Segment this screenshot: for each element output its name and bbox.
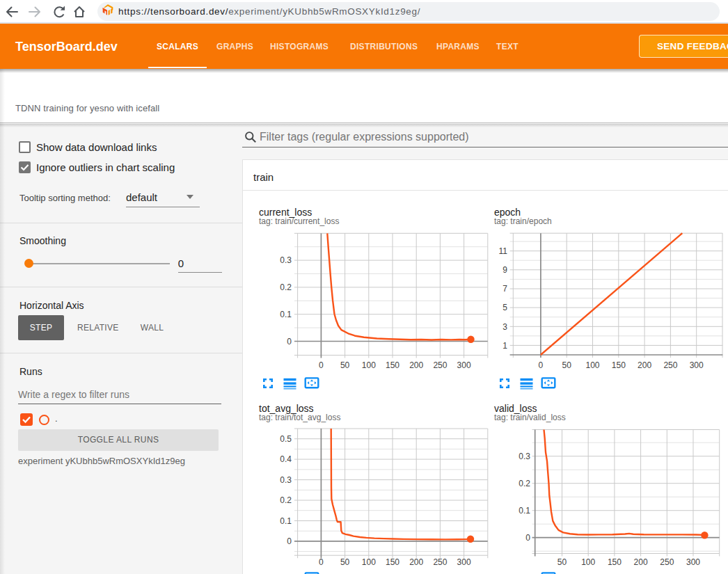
svg-text:100: 100 xyxy=(581,557,595,567)
svg-text:250: 250 xyxy=(663,360,677,370)
svg-text:50: 50 xyxy=(340,360,350,370)
svg-text:300: 300 xyxy=(686,557,700,567)
svg-text:0: 0 xyxy=(539,360,544,370)
svg-text:0.2: 0.2 xyxy=(280,282,292,292)
svg-text:250: 250 xyxy=(660,557,674,567)
svg-text:0.2: 0.2 xyxy=(519,479,530,488)
svg-text:200: 200 xyxy=(634,557,648,567)
svg-text:100: 100 xyxy=(585,360,599,370)
svg-text:300: 300 xyxy=(457,360,471,370)
svg-text:150: 150 xyxy=(612,360,626,370)
svg-text:1: 1 xyxy=(503,341,507,351)
svg-text:0.2: 0.2 xyxy=(280,495,292,505)
svg-text:150: 150 xyxy=(386,557,399,567)
svg-text:0: 0 xyxy=(319,557,324,567)
svg-text:0: 0 xyxy=(319,360,324,370)
svg-text:0.5: 0.5 xyxy=(280,434,292,444)
svg-text:150: 150 xyxy=(386,360,399,370)
svg-text:11: 11 xyxy=(499,246,508,256)
svg-text:0.1: 0.1 xyxy=(280,516,292,526)
svg-text:9: 9 xyxy=(503,265,507,275)
svg-text:3: 3 xyxy=(503,322,507,332)
svg-text:50: 50 xyxy=(340,557,350,567)
svg-text:250: 250 xyxy=(433,557,447,567)
svg-text:0.1: 0.1 xyxy=(280,310,292,319)
svg-text:150: 150 xyxy=(608,557,622,567)
svg-text:100: 100 xyxy=(362,557,376,567)
svg-text:0: 0 xyxy=(287,337,292,346)
svg-text:250: 250 xyxy=(433,360,447,370)
svg-text:200: 200 xyxy=(638,360,651,370)
svg-text:200: 200 xyxy=(409,557,423,567)
svg-text:0.3: 0.3 xyxy=(280,255,292,265)
svg-text:0.3: 0.3 xyxy=(280,475,292,485)
svg-text:100: 100 xyxy=(362,360,376,370)
svg-text:0: 0 xyxy=(287,536,292,546)
svg-text:300: 300 xyxy=(690,360,704,370)
svg-text:5: 5 xyxy=(503,303,507,312)
svg-text:0.4: 0.4 xyxy=(280,454,292,464)
svg-text:7: 7 xyxy=(503,284,507,294)
svg-text:200: 200 xyxy=(409,360,423,370)
svg-text:50: 50 xyxy=(557,557,567,567)
svg-text:0: 0 xyxy=(525,533,530,543)
svg-text:0.3: 0.3 xyxy=(519,452,530,461)
svg-text:50: 50 xyxy=(562,360,572,370)
svg-text:0.1: 0.1 xyxy=(519,506,530,516)
svg-text:300: 300 xyxy=(457,557,471,567)
